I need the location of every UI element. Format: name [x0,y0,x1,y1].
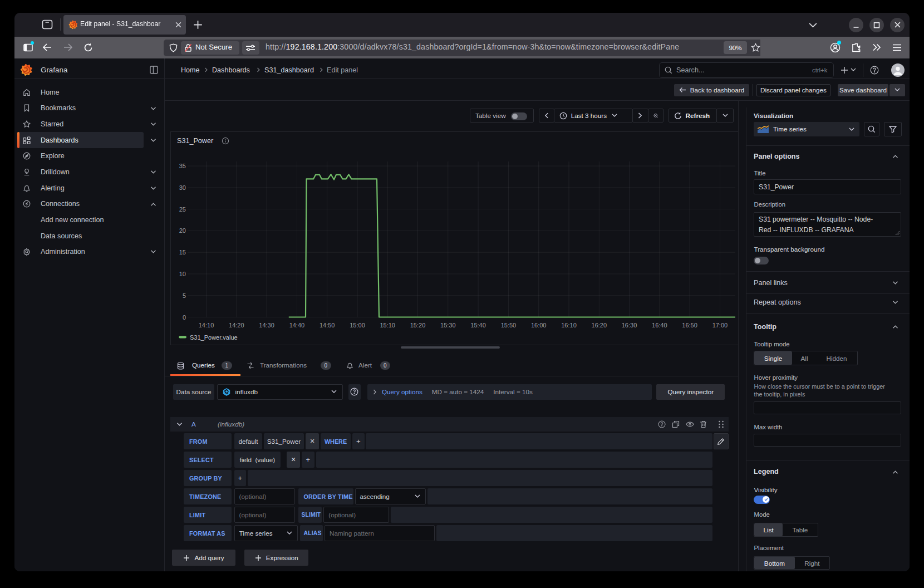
svg-text:14:40: 14:40 [289,322,305,329]
svg-text:15:00: 15:00 [350,322,365,329]
svg-text:16:20: 16:20 [592,322,607,329]
svg-text:16:00: 16:00 [531,322,547,329]
svg-text:10: 10 [179,271,186,277]
svg-text:16:40: 16:40 [652,322,667,329]
svg-text:15:20: 15:20 [410,322,426,329]
svg-text:14:50: 14:50 [320,322,335,329]
svg-text:15:30: 15:30 [440,322,456,329]
svg-text:15:50: 15:50 [501,322,517,329]
svg-text:5: 5 [183,292,186,299]
svg-text:15:40: 15:40 [470,322,486,329]
svg-text:16:10: 16:10 [561,322,577,329]
svg-text:0: 0 [183,314,186,321]
svg-text:35: 35 [179,163,186,169]
svg-text:15:10: 15:10 [380,322,395,329]
svg-text:17:00: 17:00 [712,322,728,329]
svg-text:30: 30 [179,184,186,191]
svg-text:14:30: 14:30 [259,322,274,329]
svg-text:14:10: 14:10 [199,322,214,329]
svg-text:16:50: 16:50 [682,322,697,329]
svg-text:16:30: 16:30 [622,322,637,329]
svg-text:14:20: 14:20 [229,322,244,329]
svg-text:15: 15 [179,249,186,256]
svg-text:25: 25 [179,206,186,213]
svg-text:20: 20 [179,227,186,234]
svg-text:S31_Power.value: S31_Power.value [190,334,238,341]
